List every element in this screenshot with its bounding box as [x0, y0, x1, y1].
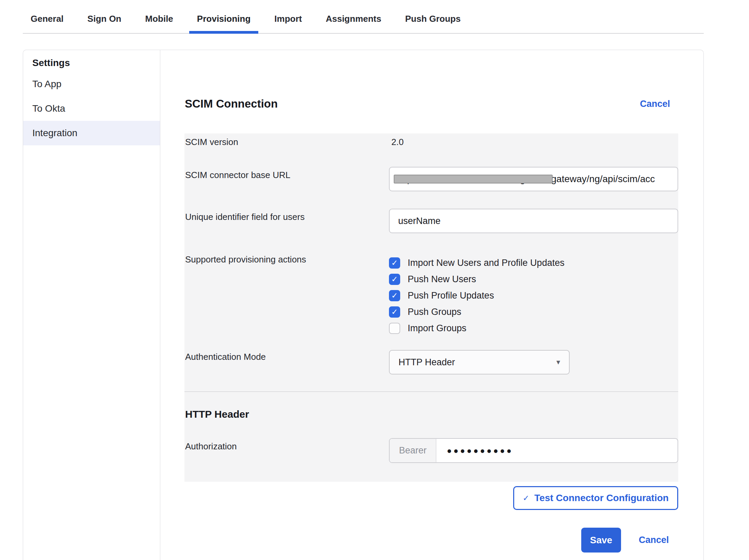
cancel-link-bottom[interactable]: Cancel — [639, 535, 669, 545]
action-row-import-groups[interactable]: Import Groups — [389, 320, 467, 336]
section-divider — [184, 391, 678, 392]
tab-sign-on[interactable]: Sign On — [80, 0, 129, 33]
action-label: Push Profile Updates — [408, 290, 494, 301]
unique-id-value: userName — [398, 216, 441, 226]
authorization-input-group[interactable]: Bearer ●●●●●●●●●● — [389, 438, 678, 463]
settings-sidebar: Settings To App To Okta Integration — [23, 50, 160, 560]
unique-id-label: Unique identifier field for users — [185, 211, 305, 223]
checkbox-push-profile-updates-icon[interactable] — [389, 290, 400, 301]
action-row-push-new-users[interactable]: Push New Users — [389, 271, 476, 287]
checkbox-push-groups-icon[interactable] — [389, 306, 400, 318]
auth-mode-select[interactable]: HTTP Header ▾ — [389, 350, 570, 374]
tab-assignments[interactable]: Assignments — [318, 0, 389, 33]
checkbox-import-users-icon[interactable] — [389, 257, 400, 269]
action-row-import-users[interactable]: Import New Users and Profile Updates — [389, 255, 565, 271]
chevron-down-icon: ▾ — [556, 358, 560, 367]
unique-id-input[interactable]: userName — [389, 209, 678, 233]
action-label: Import Groups — [408, 323, 467, 334]
redacted-url-segment: https://h5bd-135-19-67-148.ngrok.io — [396, 174, 549, 185]
save-button[interactable]: Save — [581, 528, 621, 553]
tab-import[interactable]: Import — [266, 0, 310, 33]
action-label: Import New Users and Profile Updates — [408, 258, 565, 268]
sidebar-item-integration[interactable]: Integration — [23, 121, 160, 145]
action-row-push-profile-updates[interactable]: Push Profile Updates — [389, 287, 494, 304]
auth-mode-label: Authentication Mode — [185, 351, 266, 363]
check-icon: ✓ — [523, 494, 529, 502]
visible-url-text: /gateway/ng/api/scim/acc — [549, 174, 655, 185]
authorization-token-input[interactable]: ●●●●●●●●●● — [436, 439, 678, 462]
action-row-push-groups[interactable]: Push Groups — [389, 304, 461, 320]
auth-mode-value: HTTP Header — [398, 357, 455, 368]
redaction-bar — [394, 175, 553, 183]
settings-card: Settings To App To Okta Integration SCIM… — [23, 50, 704, 560]
sidebar-item-to-okta[interactable]: To Okta — [23, 96, 160, 121]
checkbox-import-groups-icon[interactable] — [389, 323, 400, 334]
cancel-link-top[interactable]: Cancel — [640, 99, 670, 109]
scim-form-section: SCIM version 2.0 SCIM connector base URL… — [184, 133, 678, 482]
http-header-heading: HTTP Header — [185, 408, 249, 421]
sidebar-heading: Settings — [23, 54, 160, 72]
action-label: Push Groups — [408, 307, 461, 317]
provisioning-actions-label: Supported provisioning actions — [185, 254, 306, 265]
test-connector-label: Test Connector Configuration — [534, 493, 669, 503]
action-label: Push New Users — [408, 274, 476, 285]
app-tab-bar: General Sign On Mobile Provisioning Impo… — [23, 0, 704, 34]
tab-mobile[interactable]: Mobile — [137, 0, 181, 33]
base-url-label: SCIM connector base URL — [185, 169, 290, 181]
scim-connection-panel: SCIM Connection Cancel SCIM version 2.0 … — [160, 50, 703, 560]
scim-version-label: SCIM version — [185, 136, 238, 148]
sidebar-item-to-app[interactable]: To App — [23, 72, 160, 96]
scim-version-value: 2.0 — [391, 136, 404, 148]
page-title: SCIM Connection — [185, 97, 278, 111]
checkbox-push-new-users-icon[interactable] — [389, 274, 400, 285]
tab-provisioning[interactable]: Provisioning — [189, 0, 258, 33]
scim-base-url-input[interactable]: https://h5bd-135-19-67-148.ngrok.io /gat… — [389, 167, 678, 191]
test-connector-button[interactable]: ✓ Test Connector Configuration — [513, 486, 678, 510]
tab-push-groups[interactable]: Push Groups — [397, 0, 468, 33]
app-window: General Sign On Mobile Provisioning Impo… — [0, 0, 749, 560]
tab-general[interactable]: General — [23, 0, 71, 33]
bearer-prefix: Bearer — [390, 439, 436, 462]
authorization-label: Authorization — [185, 441, 237, 452]
